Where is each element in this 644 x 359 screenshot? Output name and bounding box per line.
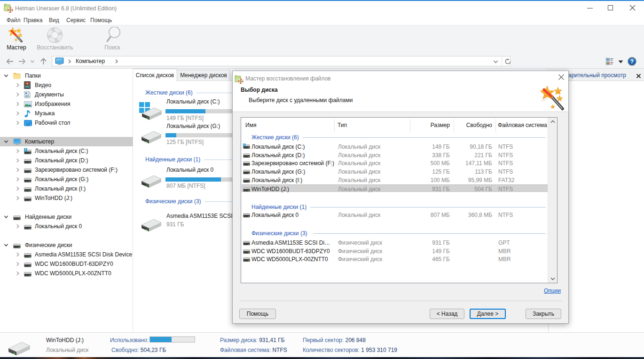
svg-text:?: ?	[630, 58, 634, 65]
